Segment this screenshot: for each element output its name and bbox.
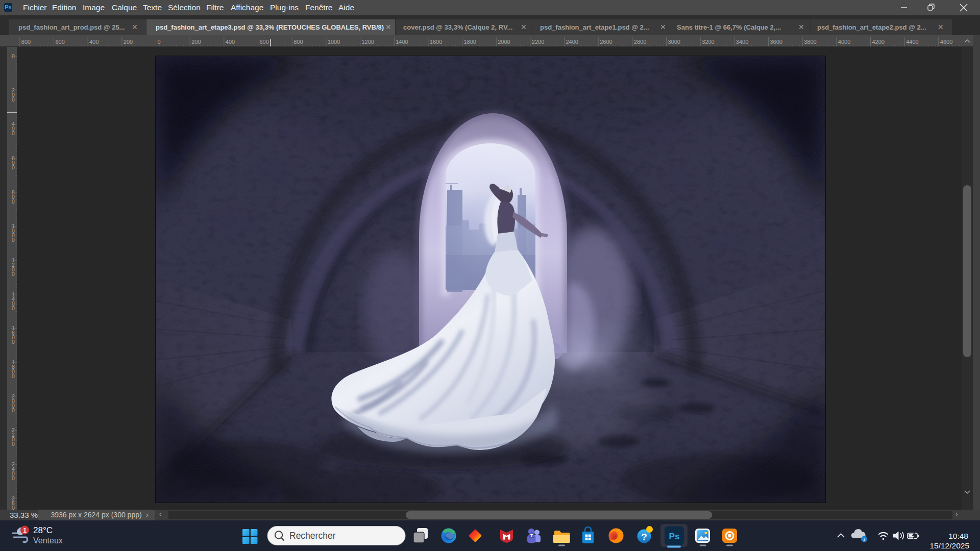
svg-text:2200: 2200 — [532, 39, 544, 45]
svg-text:1400: 1400 — [396, 39, 408, 45]
svg-text:0: 0 — [12, 407, 15, 413]
svg-text:2000: 2000 — [498, 39, 510, 45]
svg-text:0: 0 — [12, 305, 15, 311]
svg-text:0: 0 — [12, 130, 15, 136]
svg-text:Rechercher: Rechercher — [289, 531, 336, 541]
svg-text:3200: 3200 — [702, 39, 714, 45]
svg-text:3000: 3000 — [668, 39, 680, 45]
svg-text:200: 200 — [124, 39, 133, 45]
svg-text:T: T — [530, 533, 533, 538]
svg-text:4600: 4600 — [940, 39, 952, 45]
svg-text:0: 0 — [158, 39, 161, 45]
svg-text:15/12/2025: 15/12/2025 — [929, 541, 969, 550]
svg-text:0: 0 — [12, 53, 15, 59]
svg-text:2800: 2800 — [634, 39, 646, 45]
svg-text:3800: 3800 — [804, 39, 816, 45]
svg-text:400: 400 — [89, 39, 99, 45]
svg-text:1800: 1800 — [464, 39, 476, 45]
svg-text:600: 600 — [56, 39, 65, 45]
svg-text:0: 0 — [12, 373, 15, 379]
svg-text:3600: 3600 — [770, 39, 782, 45]
svg-text:Ps: Ps — [669, 532, 680, 541]
svg-text:400: 400 — [226, 39, 235, 45]
svg-text:0: 0 — [12, 164, 15, 170]
svg-text:4400: 4400 — [906, 39, 918, 45]
svg-text:0: 0 — [12, 339, 15, 345]
svg-text:0: 0 — [12, 96, 15, 103]
svg-text:?: ? — [641, 532, 647, 542]
svg-text:0: 0 — [12, 237, 15, 243]
svg-text:600: 600 — [260, 39, 269, 45]
svg-text:800: 800 — [21, 39, 31, 45]
svg-text:800: 800 — [293, 39, 303, 45]
svg-text:i: i — [864, 537, 865, 542]
svg-text:1000: 1000 — [328, 39, 340, 45]
svg-text:1: 1 — [23, 527, 27, 534]
svg-text:2600: 2600 — [600, 39, 612, 45]
svg-text:4200: 4200 — [872, 39, 885, 45]
svg-text:1600: 1600 — [430, 39, 442, 45]
svg-text:0: 0 — [12, 441, 15, 447]
svg-text:1200: 1200 — [362, 39, 374, 45]
svg-text:200: 200 — [191, 39, 201, 45]
svg-text:10:48: 10:48 — [948, 532, 968, 540]
svg-text:0: 0 — [12, 475, 15, 481]
svg-text:2400: 2400 — [566, 39, 578, 45]
svg-text:4000: 4000 — [838, 39, 850, 45]
svg-text:3400: 3400 — [736, 39, 748, 45]
svg-text:0: 0 — [12, 198, 15, 205]
svg-text:0: 0 — [12, 271, 15, 277]
